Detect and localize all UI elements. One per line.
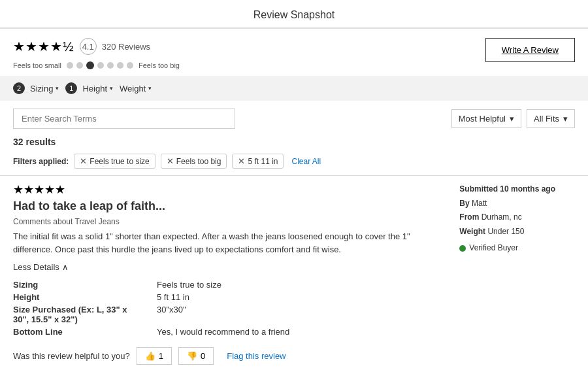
detail-row-sizing: Sizing Feels true to size bbox=[13, 279, 302, 291]
thumbs-up-button[interactable]: 👍 1 bbox=[137, 347, 172, 365]
review-subtitle: Comments about Travel Jeans bbox=[13, 217, 444, 226]
by-row: By Matt bbox=[459, 197, 555, 211]
from-label: From bbox=[459, 212, 479, 222]
filters-applied: Filters applied: ✕ Feels true to size ✕ … bbox=[0, 151, 588, 175]
review-meta: Submitted 10 months ago By Matt From Dur… bbox=[459, 182, 555, 256]
verified-label: Verified Buyer bbox=[469, 241, 518, 256]
reviews-count: 320 Reviews bbox=[102, 42, 150, 52]
review-title: Had to take a leap of faith... bbox=[13, 199, 444, 213]
detail-value-bottom-line: Yes, I would recommend to a friend bbox=[157, 326, 302, 338]
less-details-chevron-icon: ∧ bbox=[62, 262, 69, 272]
from-value: Durham, nc bbox=[482, 212, 522, 222]
sort-fits-select[interactable]: All Fits ▾ bbox=[527, 109, 575, 128]
thumbs-down-count: 0 bbox=[201, 351, 205, 361]
by-label: By bbox=[459, 199, 469, 208]
detail-label-height: Height bbox=[13, 291, 157, 303]
review-body: The initial fit was a solid 1" shorter t… bbox=[13, 230, 431, 256]
review-stars: ★★★★★ bbox=[13, 182, 444, 197]
from-row: From Durham, nc bbox=[459, 211, 555, 225]
detail-label-size-purchased: Size Purchased (Ex: L, 33" x 30", 15.5" … bbox=[13, 303, 157, 326]
fit-dot-6 bbox=[117, 62, 123, 69]
fit-label-left: Feels too small bbox=[13, 61, 61, 69]
filter-tag-3-remove-icon: ✕ bbox=[238, 156, 245, 166]
verified-icon bbox=[459, 245, 466, 252]
weight-chevron-icon: ▾ bbox=[148, 85, 152, 92]
sort-fits-chevron-icon: ▾ bbox=[563, 114, 568, 124]
by-value: Matt bbox=[472, 199, 487, 208]
submitted-row: Submitted 10 months ago bbox=[459, 182, 555, 197]
sizing-filter[interactable]: 2 Sizing ▾ bbox=[13, 82, 59, 94]
filter-tag-2[interactable]: ✕ Feels too big bbox=[161, 154, 227, 169]
weight-label: Weight bbox=[120, 84, 146, 93]
search-input[interactable] bbox=[13, 109, 235, 129]
fit-scale: Feels too small Feels too big bbox=[13, 61, 180, 69]
fit-dot-3 bbox=[86, 61, 94, 69]
less-details-label: Less Details bbox=[13, 262, 59, 272]
filter-tag-2-label: Feels too big bbox=[176, 157, 221, 166]
sort-helpful-label: Most Helpful bbox=[459, 114, 506, 124]
submitted-value: 10 months ago bbox=[500, 184, 555, 194]
rating-number: 4.1 bbox=[80, 38, 97, 55]
filter-tag-1-remove-icon: ✕ bbox=[80, 156, 87, 166]
fit-dots bbox=[67, 61, 133, 69]
fit-dot-4 bbox=[97, 62, 104, 69]
search-sort-row: Most Helpful ▾ All Fits ▾ bbox=[0, 101, 588, 137]
fit-dot-1 bbox=[67, 62, 73, 69]
fit-label-right: Feels too big bbox=[139, 61, 180, 69]
page-title: Review Snapshot bbox=[0, 0, 588, 28]
sizing-badge: 2 bbox=[13, 82, 25, 94]
thumbs-down-icon: 👎 bbox=[187, 351, 197, 361]
filter-tag-3[interactable]: ✕ 5 ft 11 in bbox=[232, 154, 284, 169]
helpful-row: Was this review helpful to you? 👍 1 👎 0 … bbox=[13, 347, 444, 365]
sort-fits-label: All Fits bbox=[534, 114, 559, 124]
verified-badge: Verified Buyer bbox=[459, 241, 555, 256]
detail-value-sizing: Feels true to size bbox=[157, 279, 302, 291]
filter-tag-3-label: 5 ft 11 in bbox=[248, 157, 278, 166]
filter-tag-1-label: Feels true to size bbox=[90, 157, 149, 166]
detail-value-size-purchased: 30"x30" bbox=[157, 303, 302, 326]
fit-dot-5 bbox=[107, 62, 114, 69]
sort-helpful-chevron-icon: ▾ bbox=[510, 114, 514, 124]
detail-row-bottom-line: Bottom Line Yes, I would recommend to a … bbox=[13, 326, 302, 338]
submitted-label: Submitted bbox=[459, 184, 498, 194]
thumbs-up-count: 1 bbox=[159, 351, 163, 361]
detail-label-bottom-line: Bottom Line bbox=[13, 326, 157, 338]
detail-row-height: Height 5 ft 11 in bbox=[13, 291, 302, 303]
detail-row-size-purchased: Size Purchased (Ex: L, 33" x 30", 15.5" … bbox=[13, 303, 302, 326]
detail-label-sizing: Sizing bbox=[13, 279, 157, 291]
rating-area: ★★★★½ 4.1 320 Reviews Feels too small Fe… bbox=[13, 38, 180, 69]
filters-label: Filters applied: bbox=[13, 157, 69, 166]
filter-tag-1[interactable]: ✕ Feels true to size bbox=[74, 154, 155, 169]
review-wrapper: ★★★★★ Had to take a leap of faith... Com… bbox=[13, 182, 575, 365]
sort-helpful-select[interactable]: Most Helpful ▾ bbox=[451, 109, 521, 128]
helpful-question: Was this review helpful to you? bbox=[13, 351, 130, 361]
weight-value: Under 150 bbox=[487, 227, 524, 236]
filter-tag-2-remove-icon: ✕ bbox=[167, 156, 174, 166]
fit-dot-7 bbox=[127, 62, 133, 69]
weight-filter[interactable]: Weight ▾ bbox=[120, 84, 152, 93]
weight-row: Weight Under 150 bbox=[459, 225, 555, 239]
review-details: Sizing Feels true to size Height 5 ft 11… bbox=[13, 279, 444, 338]
star-rating: ★★★★½ bbox=[13, 39, 74, 54]
write-review-button[interactable]: Write A Review bbox=[485, 38, 575, 62]
height-label: Height bbox=[82, 84, 107, 93]
sort-dropdowns: Most Helpful ▾ All Fits ▾ bbox=[451, 109, 575, 128]
sizing-chevron-icon: ▾ bbox=[56, 85, 59, 92]
height-filter[interactable]: 1 Height ▾ bbox=[65, 82, 113, 94]
filter-bar: 2 Sizing ▾ 1 Height ▾ Weight ▾ bbox=[0, 76, 588, 101]
less-details-toggle[interactable]: Less Details ∧ bbox=[13, 262, 444, 272]
thumbs-up-icon: 👍 bbox=[145, 351, 155, 361]
weight-label: Weight bbox=[459, 227, 485, 236]
results-count: 32 results bbox=[0, 137, 588, 151]
review-section: ★★★★★ Had to take a leap of faith... Com… bbox=[0, 176, 588, 378]
sizing-label: Sizing bbox=[30, 84, 53, 93]
clear-all-link[interactable]: Clear All bbox=[291, 157, 321, 166]
height-chevron-icon: ▾ bbox=[110, 85, 113, 92]
thumbs-down-button[interactable]: 👎 0 bbox=[178, 347, 214, 365]
detail-value-height: 5 ft 11 in bbox=[157, 291, 302, 303]
fit-dot-2 bbox=[76, 62, 83, 69]
flag-review-link[interactable]: Flag this review bbox=[227, 351, 286, 361]
height-badge: 1 bbox=[65, 82, 77, 94]
